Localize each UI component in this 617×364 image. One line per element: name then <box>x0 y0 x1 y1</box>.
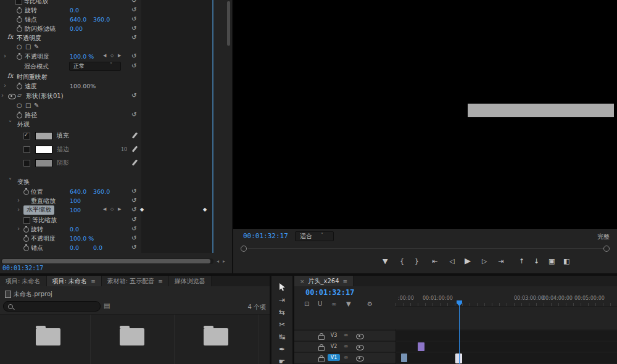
stopwatch-icon[interactable] <box>17 113 22 118</box>
eyedropper-icon[interactable] <box>132 159 138 165</box>
eyedropper-icon[interactable] <box>132 146 138 152</box>
reset-icon[interactable]: ↺ <box>131 52 136 59</box>
reset-icon[interactable]: ↺ <box>131 244 136 250</box>
selection-tool[interactable] <box>271 283 292 293</box>
nest-toggle-icon[interactable]: ⊡ <box>304 300 309 307</box>
reset-icon[interactable]: ↺ <box>131 92 136 99</box>
stopwatch-icon[interactable] <box>23 246 29 251</box>
bin-folder-icon[interactable] <box>36 328 60 345</box>
stopwatch-icon[interactable] <box>17 27 22 32</box>
chevron-right-icon[interactable]: › <box>4 82 6 89</box>
mark-out-button[interactable]: } <box>415 257 419 265</box>
stopwatch-icon[interactable] <box>17 8 22 14</box>
ec-shape-header[interactable]: › ▱ 形状(形状01) ↺ <box>0 91 142 101</box>
track-keyframes-icon[interactable]: ∞ <box>344 343 349 349</box>
zoom-fit-dropdown[interactable]: 适合 <box>295 231 334 241</box>
track-lanes[interactable] <box>395 329 617 364</box>
reset-icon[interactable]: ↺ <box>131 188 136 194</box>
chevron-right-icon[interactable]: › <box>17 197 20 204</box>
timeline-timecode[interactable]: 00:01:32:17 <box>305 288 354 297</box>
property-value[interactable]: 100.0 % <box>70 235 94 242</box>
extract-button[interactable]: ↓ <box>534 257 539 265</box>
comparison-view-button[interactable]: ◧ <box>563 257 569 265</box>
property-value[interactable]: 100.00% <box>70 83 96 89</box>
rect-mask-icon[interactable]: □ <box>25 43 31 50</box>
ec-horizontal-scrollbar[interactable] <box>1 259 213 264</box>
linked-selection-icon[interactable]: ∞ <box>331 300 336 307</box>
play-button[interactable]: ▶ <box>465 256 471 265</box>
chevron-right-icon[interactable]: › <box>1 92 4 99</box>
chevron-down-icon[interactable]: ˅ <box>9 178 12 184</box>
ec-section-appearance[interactable]: ˅ 外观 <box>0 120 142 129</box>
timeline-settings-wrench-icon[interactable]: ⚙ <box>367 300 373 307</box>
ec-time-remap-header[interactable]: fx 时间重映射 <box>0 72 142 81</box>
stroke-color-swatch[interactable] <box>35 146 52 154</box>
track-label[interactable]: V2 <box>328 343 340 350</box>
lift-button[interactable]: ↑ <box>519 257 524 265</box>
shadow-color-swatch[interactable] <box>35 159 52 167</box>
add-marker-button[interactable]: ▼ <box>383 257 387 265</box>
track-keyframes-icon[interactable]: ∞ <box>344 354 349 360</box>
tab-project-1[interactable]: 项目: 未命名 <box>0 276 47 286</box>
pen-mask-icon[interactable]: ✎ <box>34 43 39 50</box>
next-keyframe-icon[interactable]: ▶ <box>118 53 121 58</box>
shadow-checkbox[interactable] <box>23 160 30 167</box>
tab-project-2[interactable]: 项目: 未命名 ≡ <box>47 276 102 286</box>
eye-icon[interactable] <box>8 94 16 99</box>
ec-keyframe-lane[interactable] <box>141 0 213 253</box>
search-input[interactable] <box>3 301 101 312</box>
stroke-width-value[interactable]: 10 <box>121 147 127 152</box>
chevron-down-icon[interactable]: ˅ <box>9 120 12 127</box>
clip-v1[interactable] <box>401 354 407 362</box>
eye-icon[interactable] <box>356 334 364 339</box>
razor-tool[interactable]: ✂ <box>271 320 292 329</box>
add-keyframe-icon[interactable]: ◇ <box>110 53 114 58</box>
reset-icon[interactable]: ↺ <box>131 34 136 41</box>
reset-icon[interactable]: ↺ <box>131 62 136 69</box>
reset-icon[interactable]: ↺ <box>131 225 136 232</box>
lane-v3[interactable] <box>396 331 617 341</box>
ellipse-mask-icon[interactable]: ○ <box>17 102 22 109</box>
clip-v2[interactable] <box>418 342 424 351</box>
blend-mode-dropdown[interactable]: 正常 <box>69 62 121 71</box>
track-label-targeted[interactable]: V1 <box>328 354 340 361</box>
seek-bar[interactable] <box>248 248 603 249</box>
project-file-name[interactable]: 未命名.prproj <box>14 290 52 299</box>
seek-handle-left[interactable] <box>241 246 247 252</box>
eye-icon[interactable] <box>356 345 364 350</box>
chevron-right-icon[interactable]: › <box>17 206 20 213</box>
property-value[interactable]: 0.0 <box>70 244 79 251</box>
ec-section-transform[interactable]: ˅ 变换 <box>0 177 142 186</box>
property-value[interactable]: 640.0 <box>70 16 86 23</box>
step-forward-button[interactable]: ▷ <box>482 257 487 265</box>
tab-media-browser[interactable]: 媒体浏览器 <box>169 276 212 286</box>
keyframe-icon[interactable]: ◆ <box>140 207 144 212</box>
tab-bin[interactable]: 素材箱: 五示配音 ≡ <box>102 276 169 286</box>
property-value[interactable]: 0.00 <box>70 25 83 32</box>
add-keyframe-icon[interactable]: ◇ <box>110 207 114 212</box>
property-value[interactable]: 360.0 <box>93 188 110 195</box>
reset-icon[interactable]: ↺ <box>131 0 136 4</box>
lane-v2[interactable] <box>396 342 617 352</box>
track-label[interactable]: V3 <box>328 332 340 339</box>
reset-icon[interactable]: ↺ <box>131 111 136 118</box>
lock-icon[interactable] <box>318 346 325 351</box>
track-keyframes-icon[interactable]: ∞ <box>344 332 349 338</box>
next-keyframe-icon[interactable]: ▶ <box>118 207 121 212</box>
scroll-right-icon[interactable]: ▸ <box>223 259 225 264</box>
property-value[interactable]: 640.0 <box>70 188 86 195</box>
eye-icon[interactable] <box>356 356 364 362</box>
track-select-tool[interactable]: ⇥ <box>271 296 292 304</box>
reset-icon[interactable]: ↺ <box>131 15 136 22</box>
playhead-line[interactable] <box>459 305 460 364</box>
ellipse-mask-icon[interactable]: ○ <box>17 43 22 50</box>
playback-resolution[interactable]: 完整 <box>597 233 610 241</box>
rect-mask-icon[interactable]: □ <box>25 102 31 109</box>
reset-icon[interactable]: ↺ <box>131 25 136 31</box>
hand-tool[interactable]: ☛ <box>271 357 292 364</box>
property-value[interactable]: 0.0 <box>70 7 79 14</box>
stroke-checkbox[interactable] <box>23 146 30 153</box>
property-value[interactable]: 360.0 <box>93 16 110 23</box>
close-icon[interactable]: × <box>300 278 305 284</box>
reset-icon[interactable]: ↺ <box>131 197 136 204</box>
